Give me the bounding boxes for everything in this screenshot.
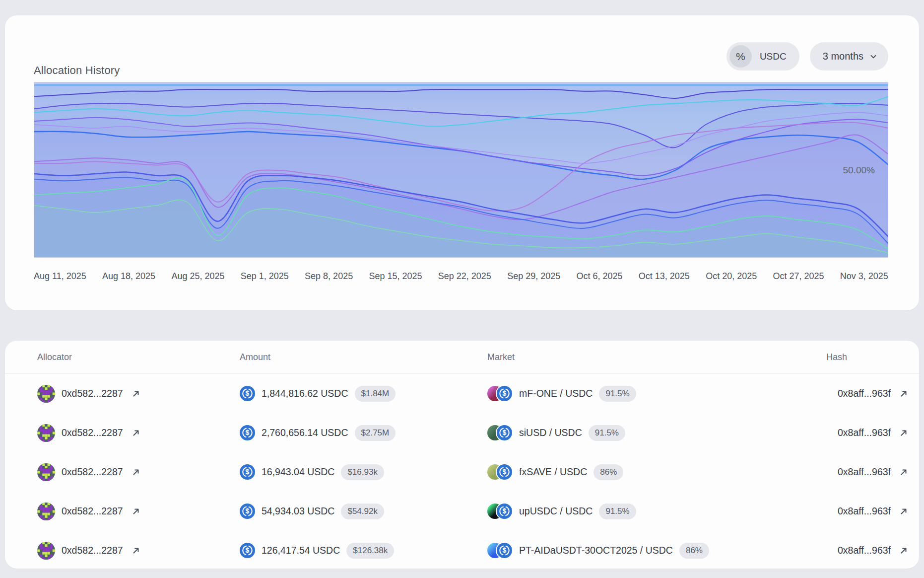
usdc-icon: $	[240, 464, 255, 480]
market-pair-icons: $	[487, 425, 513, 441]
x-axis-label: Sep 29, 2025	[507, 271, 560, 282]
table-row: 0xd582...2287 $ 54,934.03 USDC $54.92k $…	[5, 492, 919, 531]
unit-toggle[interactable]: % USDC	[726, 42, 799, 71]
amount-usd-badge: $54.92k	[341, 504, 384, 519]
column-header-market: Market	[487, 352, 826, 362]
market-name: siUSD / USDC	[519, 427, 582, 438]
external-link-icon[interactable]	[899, 389, 908, 398]
market-percent-badge: 91.5%	[599, 504, 636, 519]
table-row: 0xd582...2287 $ 16,943.04 USDC $16.93k $…	[5, 452, 919, 492]
x-axis-label: Aug 11, 2025	[34, 271, 86, 282]
external-link-icon[interactable]	[899, 507, 908, 516]
amount-cell: $ 1,844,816.62 USDC $1.84M	[240, 386, 487, 402]
percent-toggle-option[interactable]: %	[729, 45, 752, 68]
external-link-icon[interactable]	[899, 429, 908, 437]
svg-text:$: $	[246, 546, 250, 554]
amount-value: 1,844,816.62 USDC	[262, 388, 348, 399]
allocator-avatar	[37, 463, 55, 481]
x-axis-label: Oct 27, 2025	[773, 271, 824, 282]
allocation-area-chart[interactable]: 50.00%	[34, 82, 888, 258]
chevron-down-icon	[869, 53, 877, 61]
market-cell: $ upUSDC / USDC 91.5%	[487, 504, 826, 519]
card-title: Allocation History	[34, 64, 120, 77]
svg-text:$: $	[503, 429, 507, 436]
amount-cell: $ 16,943.04 USDC $16.93k	[240, 464, 487, 480]
market-pair-icons: $	[487, 464, 513, 480]
market-percent-badge: 86%	[594, 464, 623, 480]
hash-value: 0x8aff...963f	[838, 506, 891, 517]
market-cell: $ PT-AIDaUSDT-30OCT2025 / USDC 86%	[487, 543, 826, 559]
amount-cell: $ 54,934.03 USDC $54.92k	[240, 504, 487, 519]
usdc-coin-icon: $	[497, 464, 512, 480]
market-percent-badge: 86%	[679, 543, 709, 559]
svg-text:$: $	[503, 468, 507, 476]
allocator-cell: 0xd582...2287	[37, 503, 240, 520]
usdc-coin-icon: $	[497, 543, 512, 558]
external-link-icon[interactable]	[132, 468, 140, 477]
market-name: upUSDC / USDC	[519, 506, 593, 517]
hash-value: 0x8aff...963f	[838, 545, 891, 556]
x-axis-label: Sep 15, 2025	[369, 271, 422, 282]
market-name: PT-AIDaUSDT-30OCT2025 / USDC	[519, 545, 673, 556]
hash-cell: 0x8aff...963f	[838, 466, 908, 478]
column-header-amount: Amount	[240, 352, 487, 362]
allocator-address: 0xd582...2287	[62, 545, 123, 556]
allocator-cell: 0xd582...2287	[37, 424, 240, 442]
x-axis-label: Sep 22, 2025	[438, 271, 491, 282]
amount-usd-badge: $2.75M	[355, 425, 396, 441]
market-percent-badge: 91.5%	[589, 425, 625, 441]
external-link-icon[interactable]	[132, 546, 140, 555]
allocator-avatar	[37, 424, 55, 442]
table-body: 0xd582...2287 $ 1,844,816.62 USDC $1.84M…	[5, 374, 919, 570]
market-cell: $ fxSAVE / USDC 86%	[487, 464, 826, 480]
amount-value: 126,417.54 USDC	[262, 545, 340, 556]
table-header: Allocator Amount Market Hash	[5, 341, 919, 374]
external-link-icon[interactable]	[132, 429, 140, 437]
percent-icon: %	[736, 51, 745, 63]
usdc-coin-icon: $	[497, 386, 512, 401]
chart-series-svg	[34, 82, 888, 258]
allocator-cell: 0xd582...2287	[37, 542, 240, 560]
external-link-icon[interactable]	[132, 507, 140, 516]
chart-controls: % USDC 3 months	[726, 42, 888, 71]
x-axis-labels: Aug 11, 2025Aug 18, 2025Aug 25, 2025Sep …	[34, 271, 888, 282]
hash-value: 0x8aff...963f	[838, 427, 891, 438]
hash-cell: 0x8aff...963f	[838, 388, 908, 399]
external-link-icon[interactable]	[132, 389, 140, 398]
external-link-icon[interactable]	[899, 468, 908, 477]
market-pair-icons: $	[487, 504, 513, 519]
hash-cell: 0x8aff...963f	[838, 506, 908, 517]
amount-value: 2,760,656.14 USDC	[262, 427, 348, 438]
usdc-coin-icon: $	[497, 504, 512, 519]
hash-value: 0x8aff...963f	[838, 466, 891, 478]
column-header-hash: Hash	[826, 352, 847, 362]
market-name: mF-ONE / USDC	[519, 388, 593, 399]
usdc-icon: $	[240, 543, 255, 558]
range-selector[interactable]: 3 months	[810, 42, 888, 71]
usdc-icon: $	[240, 425, 255, 440]
market-percent-badge: 91.5%	[599, 386, 636, 402]
table-row: 0xd582...2287 $ 126,417.54 USDC $126.38k…	[5, 531, 919, 570]
external-link-icon[interactable]	[899, 546, 908, 555]
svg-text:$: $	[503, 507, 507, 515]
amount-usd-badge: $1.84M	[355, 386, 396, 402]
amount-usd-badge: $16.93k	[341, 464, 384, 480]
allocator-cell: 0xd582...2287	[37, 463, 240, 481]
x-axis-label: Aug 25, 2025	[171, 271, 224, 282]
allocator-avatar	[37, 542, 55, 560]
range-selector-label: 3 months	[823, 51, 863, 62]
svg-text:$: $	[503, 546, 507, 554]
amount-cell: $ 126,417.54 USDC $126.38k	[240, 543, 487, 559]
amount-usd-badge: $126.38k	[346, 543, 394, 559]
svg-text:$: $	[246, 389, 250, 397]
usdc-toggle-option[interactable]: USDC	[760, 51, 787, 62]
allocator-address: 0xd582...2287	[62, 427, 123, 438]
amount-cell: $ 2,760,656.14 USDC $2.75M	[240, 425, 487, 441]
svg-text:$: $	[246, 429, 250, 436]
allocator-address: 0xd582...2287	[62, 466, 123, 478]
usdc-coin-icon: $	[497, 425, 512, 440]
table-row: 0xd582...2287 $ 1,844,816.62 USDC $1.84M…	[5, 374, 919, 413]
table-row: 0xd582...2287 $ 2,760,656.14 USDC $2.75M…	[5, 413, 919, 452]
allocations-table-card: Allocator Amount Market Hash 0xd582...22…	[5, 341, 919, 569]
market-pair-icons: $	[487, 386, 513, 402]
